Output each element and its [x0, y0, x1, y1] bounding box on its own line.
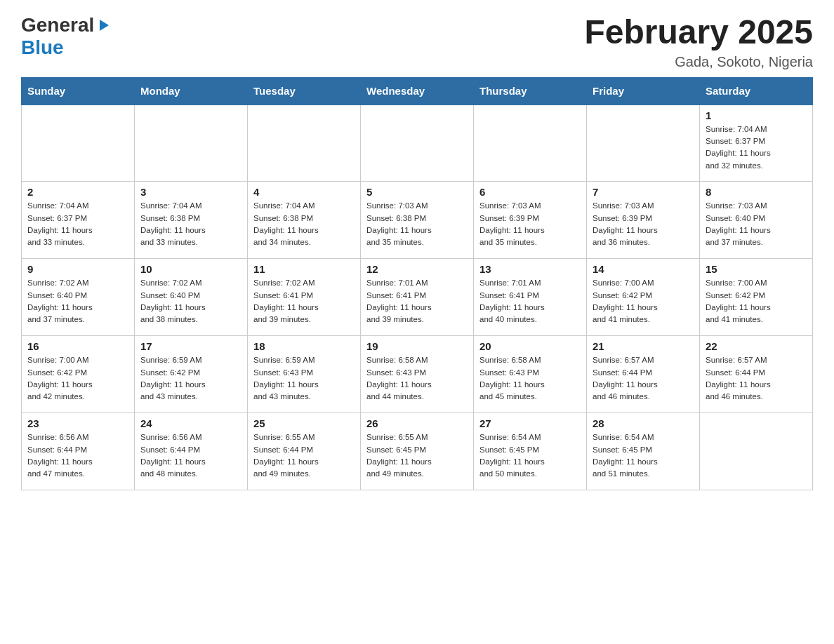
calendar-day-cell: 22Sunrise: 6:57 AMSunset: 6:44 PMDayligh…: [700, 336, 813, 413]
day-info: Sunrise: 7:00 AMSunset: 6:42 PMDaylight:…: [706, 277, 807, 326]
day-info: Sunrise: 7:03 AMSunset: 6:39 PMDaylight:…: [479, 200, 581, 248]
calendar-day-cell: 27Sunrise: 6:54 AMSunset: 6:45 PMDayligh…: [474, 413, 587, 490]
day-number: 23: [27, 417, 128, 429]
calendar-day-header: Wednesday: [361, 77, 474, 105]
calendar-day-cell: 4Sunrise: 7:04 AMSunset: 6:38 PMDaylight…: [248, 182, 361, 259]
day-info: Sunrise: 6:58 AMSunset: 6:43 PMDaylight:…: [366, 354, 468, 403]
calendar-day-header: Sunday: [22, 77, 135, 105]
day-number: 18: [253, 340, 355, 352]
calendar-day-cell: [700, 413, 813, 490]
day-number: 13: [479, 263, 581, 275]
day-info: Sunrise: 7:02 AMSunset: 6:40 PMDaylight:…: [140, 277, 241, 326]
calendar-day-cell: 16Sunrise: 7:00 AMSunset: 6:42 PMDayligh…: [22, 336, 135, 413]
day-number: 17: [140, 340, 241, 352]
day-info: Sunrise: 6:57 AMSunset: 6:44 PMDaylight:…: [593, 354, 694, 403]
calendar-day-cell: 28Sunrise: 6:54 AMSunset: 6:45 PMDayligh…: [587, 413, 700, 490]
location-text: Gada, Sokoto, Nigeria: [584, 54, 813, 70]
calendar-week-row: 1Sunrise: 7:04 AMSunset: 6:37 PMDaylight…: [22, 105, 813, 182]
calendar-day-cell: 20Sunrise: 6:58 AMSunset: 6:43 PMDayligh…: [474, 336, 587, 413]
calendar-day-header: Saturday: [700, 77, 813, 105]
day-number: 26: [366, 417, 468, 429]
calendar-day-cell: 24Sunrise: 6:56 AMSunset: 6:44 PMDayligh…: [135, 413, 248, 490]
calendar-day-cell: [135, 105, 248, 182]
logo: General Blue: [21, 14, 110, 59]
calendar-day-header: Friday: [587, 77, 700, 105]
day-number: 25: [253, 417, 355, 429]
day-info: Sunrise: 7:00 AMSunset: 6:42 PMDaylight:…: [593, 277, 694, 326]
calendar-table: SundayMondayTuesdayWednesdayThursdayFrid…: [21, 77, 813, 491]
day-info: Sunrise: 6:54 AMSunset: 6:45 PMDaylight:…: [479, 431, 581, 480]
calendar-day-cell: [474, 105, 587, 182]
day-info: Sunrise: 6:57 AMSunset: 6:44 PMDaylight:…: [706, 354, 807, 403]
day-number: 8: [706, 186, 807, 198]
day-number: 10: [140, 263, 241, 275]
calendar-day-cell: 6Sunrise: 7:03 AMSunset: 6:39 PMDaylight…: [474, 182, 587, 259]
svg-marker-0: [100, 20, 109, 31]
day-info: Sunrise: 7:04 AMSunset: 6:38 PMDaylight:…: [140, 200, 241, 248]
calendar-day-cell: 12Sunrise: 7:01 AMSunset: 6:41 PMDayligh…: [361, 259, 474, 336]
calendar-day-cell: 18Sunrise: 6:59 AMSunset: 6:43 PMDayligh…: [248, 336, 361, 413]
logo-blue-text: Blue: [21, 36, 64, 58]
calendar-day-cell: 25Sunrise: 6:55 AMSunset: 6:44 PMDayligh…: [248, 413, 361, 490]
calendar-week-row: 16Sunrise: 7:00 AMSunset: 6:42 PMDayligh…: [22, 336, 813, 413]
calendar-day-cell: 13Sunrise: 7:01 AMSunset: 6:41 PMDayligh…: [474, 259, 587, 336]
day-number: 11: [253, 263, 355, 275]
day-info: Sunrise: 7:00 AMSunset: 6:42 PMDaylight:…: [27, 354, 128, 403]
calendar-header-row: SundayMondayTuesdayWednesdayThursdayFrid…: [22, 77, 813, 105]
logo-triangle-icon: [96, 18, 110, 32]
calendar-week-row: 2Sunrise: 7:04 AMSunset: 6:37 PMDaylight…: [22, 182, 813, 259]
day-info: Sunrise: 7:02 AMSunset: 6:40 PMDaylight:…: [27, 277, 128, 326]
calendar-day-cell: 11Sunrise: 7:02 AMSunset: 6:41 PMDayligh…: [248, 259, 361, 336]
day-info: Sunrise: 7:04 AMSunset: 6:37 PMDaylight:…: [27, 200, 128, 248]
calendar-day-cell: [587, 105, 700, 182]
calendar-day-cell: 7Sunrise: 7:03 AMSunset: 6:39 PMDaylight…: [587, 182, 700, 259]
day-number: 12: [366, 263, 468, 275]
day-number: 16: [27, 340, 128, 352]
day-number: 28: [593, 417, 694, 429]
calendar-day-cell: 15Sunrise: 7:00 AMSunset: 6:42 PMDayligh…: [700, 259, 813, 336]
day-number: 2: [27, 186, 128, 198]
day-number: 21: [593, 340, 694, 352]
calendar-day-cell: 26Sunrise: 6:55 AMSunset: 6:45 PMDayligh…: [361, 413, 474, 490]
day-info: Sunrise: 6:56 AMSunset: 6:44 PMDaylight:…: [27, 431, 128, 480]
calendar-day-cell: 1Sunrise: 7:04 AMSunset: 6:37 PMDaylight…: [700, 105, 813, 182]
day-info: Sunrise: 6:54 AMSunset: 6:45 PMDaylight:…: [593, 431, 694, 480]
day-info: Sunrise: 6:59 AMSunset: 6:42 PMDaylight:…: [140, 354, 241, 403]
day-info: Sunrise: 7:03 AMSunset: 6:39 PMDaylight:…: [593, 200, 694, 248]
day-number: 15: [706, 263, 807, 275]
day-number: 20: [479, 340, 581, 352]
day-number: 14: [593, 263, 694, 275]
day-info: Sunrise: 7:04 AMSunset: 6:37 PMDaylight:…: [706, 123, 807, 172]
day-info: Sunrise: 6:56 AMSunset: 6:44 PMDaylight:…: [140, 431, 241, 480]
day-number: 9: [27, 263, 128, 275]
page-header: General Blue February 2025 Gada, Sokoto,…: [21, 14, 813, 70]
calendar-day-cell: 14Sunrise: 7:00 AMSunset: 6:42 PMDayligh…: [587, 259, 700, 336]
day-number: 19: [366, 340, 468, 352]
day-info: Sunrise: 7:03 AMSunset: 6:38 PMDaylight:…: [366, 200, 468, 248]
calendar-day-cell: 17Sunrise: 6:59 AMSunset: 6:42 PMDayligh…: [135, 336, 248, 413]
calendar-day-header: Monday: [135, 77, 248, 105]
day-info: Sunrise: 7:01 AMSunset: 6:41 PMDaylight:…: [479, 277, 581, 326]
day-number: 7: [593, 186, 694, 198]
day-info: Sunrise: 7:01 AMSunset: 6:41 PMDaylight:…: [366, 277, 468, 326]
day-number: 3: [140, 186, 241, 198]
calendar-week-row: 23Sunrise: 6:56 AMSunset: 6:44 PMDayligh…: [22, 413, 813, 490]
day-number: 6: [479, 186, 581, 198]
calendar-day-header: Thursday: [474, 77, 587, 105]
day-number: 4: [253, 186, 355, 198]
title-block: February 2025 Gada, Sokoto, Nigeria: [584, 14, 813, 70]
calendar-day-cell: 2Sunrise: 7:04 AMSunset: 6:37 PMDaylight…: [22, 182, 135, 259]
calendar-day-header: Tuesday: [248, 77, 361, 105]
calendar-day-cell: 5Sunrise: 7:03 AMSunset: 6:38 PMDaylight…: [361, 182, 474, 259]
calendar-week-row: 9Sunrise: 7:02 AMSunset: 6:40 PMDaylight…: [22, 259, 813, 336]
day-number: 5: [366, 186, 468, 198]
day-number: 1: [706, 109, 807, 121]
calendar-day-cell: 9Sunrise: 7:02 AMSunset: 6:40 PMDaylight…: [22, 259, 135, 336]
logo-general-text: General: [21, 14, 94, 36]
day-info: Sunrise: 7:04 AMSunset: 6:38 PMDaylight:…: [253, 200, 355, 248]
calendar-day-cell: [22, 105, 135, 182]
calendar-day-cell: 3Sunrise: 7:04 AMSunset: 6:38 PMDaylight…: [135, 182, 248, 259]
day-info: Sunrise: 6:58 AMSunset: 6:43 PMDaylight:…: [479, 354, 581, 403]
day-info: Sunrise: 7:03 AMSunset: 6:40 PMDaylight:…: [706, 200, 807, 248]
day-info: Sunrise: 6:55 AMSunset: 6:44 PMDaylight:…: [253, 431, 355, 480]
